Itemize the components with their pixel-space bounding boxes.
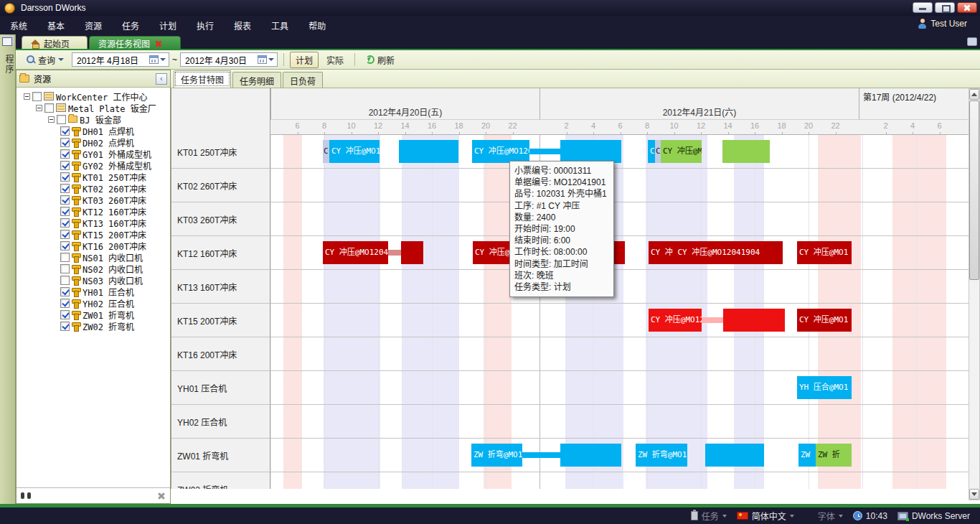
tree-node[interactable]: NS02 内收口机 <box>17 263 170 274</box>
tree-checkbox[interactable] <box>60 322 70 331</box>
tree-node[interactable]: KT15 200T冲床 <box>17 228 170 240</box>
tree-checkbox[interactable] <box>60 230 70 239</box>
gantt-bar[interactable]: CY 冲压@MO1 <box>797 241 852 264</box>
tree-checkbox[interactable] <box>44 103 54 113</box>
tree-node[interactable]: NS01 内收口机 <box>17 251 170 263</box>
tree-node[interactable]: GY01 外桶成型机 <box>17 148 170 159</box>
window-list-icon[interactable] <box>967 37 977 46</box>
view-tab-2[interactable]: 日负荷 <box>283 72 323 88</box>
date-to-field[interactable]: 2012年 4月30日 <box>180 52 278 67</box>
tree-checkbox[interactable] <box>60 310 70 319</box>
tree-checkbox[interactable] <box>60 161 70 170</box>
dock-tab-program[interactable]: 程序 <box>3 55 15 75</box>
gantt-bar[interactable] <box>722 140 770 163</box>
statusbar-font-item[interactable]: 字体 <box>804 510 843 522</box>
tree-checkbox[interactable] <box>60 299 70 308</box>
stacked-windows-icon[interactable] <box>2 37 12 46</box>
tree-node[interactable]: KT16 200T冲床 <box>17 240 170 251</box>
tree-checkbox[interactable] <box>60 218 70 228</box>
scroll-down-button[interactable] <box>969 489 979 500</box>
clear-icon[interactable] <box>157 492 166 500</box>
menu-item-8[interactable]: 帮助 <box>298 17 336 34</box>
tree-node[interactable]: YH02 压合机 <box>17 297 170 309</box>
gantt-bar[interactable] <box>529 149 560 154</box>
menu-item-6[interactable]: 报表 <box>224 17 261 34</box>
gantt-bar[interactable]: ZW <box>798 444 816 467</box>
tree-checkbox[interactable] <box>60 184 70 193</box>
gantt-bar[interactable]: CY 冲压@MO12041904 <box>323 241 388 264</box>
gantt-bar[interactable]: ZW 折 <box>816 444 852 467</box>
tab-home[interactable]: 起始页 <box>22 36 88 50</box>
minimize-button[interactable] <box>913 2 933 13</box>
close-button[interactable] <box>957 2 977 13</box>
gantt-bar[interactable] <box>399 140 458 163</box>
gantt-bar[interactable]: ZW 折弯@MO12041901 <box>636 444 687 467</box>
tree-node[interactable]: KT13 160T冲床 <box>17 217 170 228</box>
gantt-bar[interactable]: C <box>655 140 661 163</box>
tree-node[interactable]: GY02 外桶成型机 <box>17 159 170 171</box>
tree-expander-icon[interactable] <box>48 116 55 123</box>
gantt-bar[interactable]: CY 冲压@MO12041902 <box>661 140 702 163</box>
gantt-bar[interactable] <box>401 241 423 264</box>
vertical-scrollbar[interactable] <box>969 88 980 500</box>
tab-resource-task-view[interactable]: 资源任务视图 <box>89 36 181 50</box>
tree-checkbox[interactable] <box>60 287 70 296</box>
tree-checkbox[interactable] <box>32 92 42 101</box>
menu-item-3[interactable]: 任务 <box>112 17 149 34</box>
gantt-bar[interactable] <box>560 140 621 163</box>
refresh-button[interactable]: 刷新 <box>361 52 400 67</box>
gantt-bar[interactable]: CY 冲压@MO1 <box>797 309 852 332</box>
tree-checkbox[interactable] <box>60 276 70 285</box>
gantt-bar[interactable]: ZW 折弯@MO12041901 <box>471 444 522 467</box>
gantt-bar[interactable] <box>723 309 785 332</box>
tree-node[interactable]: KT12 160T冲床 <box>17 205 170 217</box>
menu-item-7[interactable]: 工具 <box>261 17 298 34</box>
tree-node[interactable]: YH01 压合机 <box>17 286 170 297</box>
gantt-bar[interactable]: C <box>648 140 655 163</box>
query-button[interactable]: 查询 <box>22 52 69 67</box>
tree-checkbox[interactable] <box>57 115 66 124</box>
gantt-bar[interactable]: YH 压合@MO1 <box>797 376 852 399</box>
statusbar-clock-item[interactable]: 10:43 <box>853 511 887 521</box>
menu-item-0[interactable]: 系统 <box>0 17 37 34</box>
tree-checkbox[interactable] <box>60 264 70 273</box>
tree-checkbox[interactable] <box>60 207 70 216</box>
tree-node[interactable]: BJ 钣金部 <box>17 113 170 125</box>
tree-node[interactable]: DH02 点焊机 <box>17 136 170 148</box>
gantt-bar[interactable]: CY 冲压@MO12041903 <box>649 309 702 332</box>
menu-item-1[interactable]: 基本 <box>37 17 75 34</box>
plan-toggle-button[interactable]: 计划 <box>290 52 319 68</box>
date-from-calendar-button[interactable] <box>148 55 167 65</box>
date-to-calendar-button[interactable] <box>256 55 275 65</box>
tree-node[interactable]: ZW02 折弯机 <box>17 320 170 332</box>
gantt-bar[interactable] <box>388 250 401 256</box>
gantt-bar[interactable]: CY 冲压@MO12041901 <box>472 140 529 163</box>
tree-expander-icon[interactable] <box>24 93 30 100</box>
tree-node[interactable]: NS03 内收口机 <box>17 274 170 286</box>
gantt-bar[interactable] <box>705 444 764 467</box>
menu-item-2[interactable]: 资源 <box>75 17 112 34</box>
vertical-scroll-thumb[interactable] <box>969 100 979 280</box>
gantt-bar[interactable]: CY 冲压@MO12041901 <box>329 140 380 163</box>
tree-node[interactable]: Metal Plate 钣金厂 <box>17 102 170 113</box>
tree-checkbox[interactable] <box>60 195 70 205</box>
statusbar-clipboard-item[interactable]: 任务 <box>691 510 727 522</box>
tree-node[interactable]: KT01 250T冲床 <box>17 171 170 182</box>
tree-node[interactable]: KT03 260T冲床 <box>17 194 170 205</box>
gantt-bar[interactable] <box>522 452 560 458</box>
tree-checkbox[interactable] <box>60 172 70 182</box>
gantt-bar[interactable] <box>702 317 723 323</box>
menu-item-5[interactable]: 执行 <box>187 17 224 34</box>
menu-item-4[interactable]: 计划 <box>149 17 187 34</box>
date-from-field[interactable]: 2012年 4月18日 <box>72 52 169 67</box>
tree-checkbox[interactable] <box>60 149 70 159</box>
tree-expander-icon[interactable] <box>36 105 42 111</box>
tab-close-icon[interactable] <box>154 39 163 48</box>
statusbar-flag-item[interactable]: 简体中文 <box>737 510 794 522</box>
actual-toggle-button[interactable]: 实际 <box>321 52 349 67</box>
tree-node[interactable]: DH01 点焊机 <box>17 125 170 136</box>
view-tab-0[interactable]: 任务甘特图 <box>174 70 231 88</box>
tree-node[interactable]: ZW01 折弯机 <box>17 309 170 320</box>
panel-collapse-button[interactable]: ‹ <box>156 73 167 85</box>
tree-node[interactable]: KT02 260T冲床 <box>17 182 170 194</box>
